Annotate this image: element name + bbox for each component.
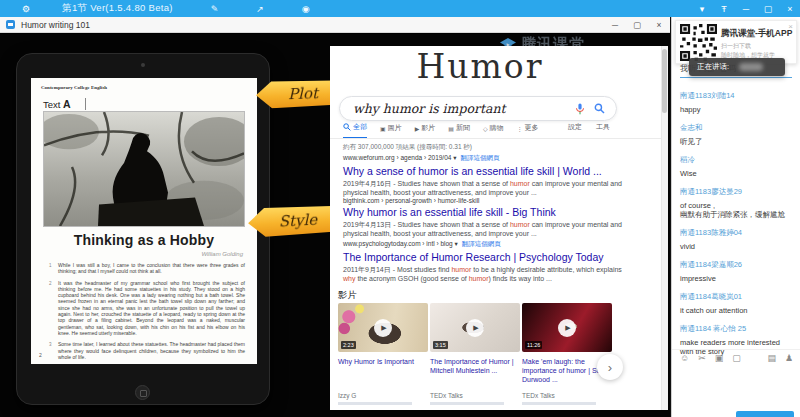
chat-message: 稻冷 Wise [680,155,794,178]
tab-shopping[interactable]: ◇購物 [483,122,504,139]
search-icon[interactable] [594,103,605,114]
play-icon: ▶ [374,319,392,337]
translate-link[interactable]: 翻譯這個網頁 [462,240,501,247]
chat-message: 南通1183陈雅婷04 vivid [680,228,794,251]
scrollbar-track[interactable] [661,46,668,410]
video-meta-cutoff [522,402,596,405]
result-url: www.psychologytoday.com › intl › blog ▾ [343,240,458,247]
pin-icon[interactable]: Ŧ [718,4,730,14]
video-duration-badge: 3:15 [433,341,448,349]
window-app-icon [6,20,15,29]
carousel-next-button[interactable]: › [597,354,623,380]
chat-message: 南通1183刘陆14 happy [680,91,794,114]
chat-message: 南通1183廖达曼29 of course , 幽默有助于消除紧张，缓解尴尬 [680,187,794,219]
result-url: www.weforum.org › agenda › 2019/04 ▾ [343,154,456,161]
textbook-page: Contemporary College English Text A [31,78,257,364]
result-stats: 約有 307,000,000 項結果 (搜尋時間: 0.31 秒) [343,143,472,152]
app-minimize-button[interactable]: ─ [740,4,752,14]
share-icon[interactable]: ↗ [256,4,264,14]
window-title: Humor writing 101 [21,20,90,30]
speaking-tooltip: 正在讲话: [689,58,785,76]
classroom-window: Humor writing 101 ─ ▢ × Contemporary Col… [0,17,670,417]
window-maximize-button[interactable]: ▢ [626,17,648,33]
tab-all[interactable]: 全部 [343,122,367,139]
send-button[interactable] [736,411,794,417]
search-results-page: Humor why humor is important [330,46,668,410]
video-card[interactable]: ▶ 3:15 The Importance of Humor | Mitchel… [430,303,520,375]
app-close-button[interactable]: × [784,4,796,14]
app-title-bar: ⚙ 第1节 Ver(1.5.4.80 Beta) ✎ ↗ ◉ ▾ Ŧ ─ ▢ × [0,0,800,17]
tablet-camera-dot [141,63,145,67]
result-snippet: 2011年9月14日 - Most studies find humor to … [343,265,631,283]
textbook-author: William Golding [201,251,243,257]
video-channel: TEDx Talks [522,392,555,399]
chat-message: 金志和 听见了 [680,123,794,146]
app-restore-button[interactable]: ▢ [762,4,774,14]
search-result: www.psychologytoday.com › intl › blog ▾翻… [343,240,633,283]
tablet-mockup: Contemporary College English Text A [16,53,270,405]
chat-message: 南通1184葛晓岚01 it catch our attention [680,292,794,315]
image-icon[interactable]: ▣ [715,353,724,363]
play-icon: ▶ [415,125,420,132]
video-meta-cutoff [338,402,412,405]
chat-toolbar: ☺ ✂ ▣ ▢ ▤ ♟ [672,349,800,365]
result-snippet: 2019年4月13日 - Studies have shown that a s… [343,220,631,238]
play-icon: ▶ [558,319,576,337]
result-title-link[interactable]: The Importance of Humor Research | Psych… [343,251,633,263]
video-meta-cutoff [430,402,504,405]
video-title-link[interactable]: Why Humor Is Important [338,357,428,366]
result-snippet: 2019年4月16日 - Studies have shown that a s… [343,179,631,197]
tab-videos[interactable]: ▶影片 [415,122,436,139]
emoji-icon[interactable]: ☺ [680,353,689,363]
scrollbar-thumb[interactable] [662,49,667,113]
record-icon[interactable]: ◉ [302,4,310,14]
result-url: bigthink.com › personal-growth › humor-l… [343,197,480,204]
screenshot-scissors-icon[interactable]: ✂ [698,353,706,363]
microphone-icon[interactable] [575,103,585,115]
video-duration-badge: 11:26 [525,341,542,349]
window-minimize-button[interactable]: ─ [604,17,626,33]
textbook-paragraphs: 1 While I was still a boy, I came to the… [49,262,245,364]
tools-menu[interactable]: 工具 [596,122,610,132]
search-query-text[interactable]: why humor is important [353,101,575,116]
search-tab-icon [343,123,351,131]
close-icon[interactable]: × [788,22,793,31]
video-thumbnail[interactable]: ▶ 2:23 [338,303,428,352]
window-close-button[interactable]: × [648,17,670,33]
tab-more[interactable]: ⋮更多 [517,122,539,139]
members-icon[interactable]: ♟ [785,353,793,363]
textbook-section-label: Text A [43,98,86,110]
news-icon: ▤ [448,125,454,132]
thinker-statue-photo [43,111,245,227]
videos-section-heading: 影片 [338,289,357,302]
video-channel: Izzy G [338,392,356,399]
translate-link[interactable]: 翻譯這個網頁 [460,154,499,161]
tab-images[interactable]: ▣圖片 [380,122,402,139]
dropdown-caret-icon[interactable]: ▾ [696,4,708,14]
image-icon: ▣ [380,125,386,132]
video-title-link[interactable]: The Importance of Humor | Mitchell Muhle… [430,357,520,375]
screen-share-icon[interactable]: ▢ [732,353,741,363]
result-title-link[interactable]: Why a sense of humor is an essential lif… [343,165,633,177]
tab-news[interactable]: ▤新聞 [448,122,470,139]
settings-menu[interactable]: 設定 [568,122,582,132]
search-input[interactable]: why humor is important [339,96,617,121]
chat-history-icon[interactable]: ▤ [767,353,776,363]
textbook-title: Thinking as a Hobby [31,232,257,248]
video-thumbnail[interactable]: ▶ 11:26 [522,303,612,352]
video-thumbnail[interactable]: ▶ 3:15 [430,303,520,352]
video-card[interactable]: ▶ 2:23 Why Humor Is Important Izzy G [338,303,428,366]
app-logo-gear-icon: ⚙ [22,4,30,14]
chat-message-list: 南通1183刘陆14 happy 金志和 听见了 稻冷 Wise 南通1183廖… [680,91,794,365]
edit-icon[interactable]: ✎ [211,4,219,14]
search-result: www.weforum.org › agenda › 2019/04 ▾翻譯這個… [343,154,633,197]
chat-input-area[interactable] [672,366,800,410]
window-titlebar: Humor writing 101 ─ ▢ × [0,17,670,33]
promo-subtitle: 扫一扫下载 [721,42,751,51]
tablet-home-button [135,385,150,400]
paragraph: 2 It was the headmaster of my grammar sc… [49,280,245,337]
chat-message: 南通1184梁嘉顺26 impressive [680,260,794,283]
search-logo: Humor [330,47,630,86]
more-icon: ⋮ [517,125,523,132]
result-title-link[interactable]: Why humor is an essential life skill - B… [343,206,633,218]
